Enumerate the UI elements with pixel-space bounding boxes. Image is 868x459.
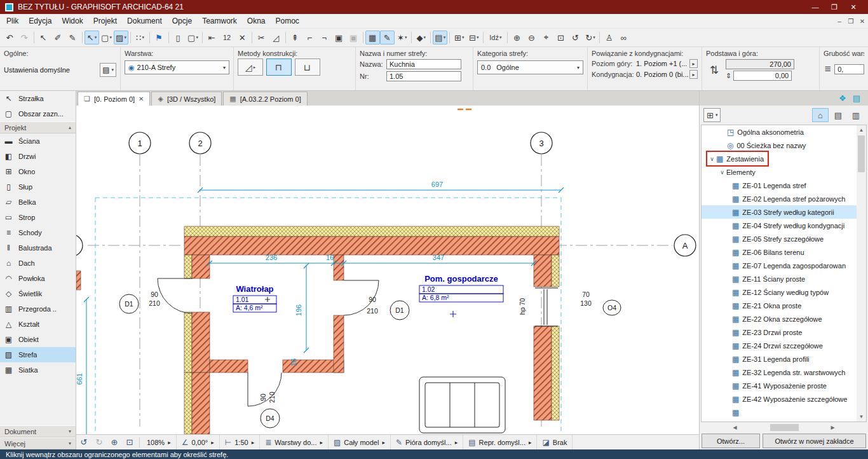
layers-setting[interactable]: ≣ Warstwy do... ▸ (260, 435, 329, 449)
tab-3d[interactable]: ◈ [3D / Wszystko] (151, 92, 222, 106)
toolbox-section-dokument[interactable]: Dokument▾ (0, 425, 76, 437)
tab-floor-plan[interactable]: ❏ [0. Poziom 0] ✕ (78, 92, 150, 106)
menu-widok[interactable]: Widok (57, 15, 88, 27)
tree-item-ze23[interactable]: ▦ ZE-23 Drzwi proste (702, 325, 857, 339)
model-view-options[interactable]: ▤ Repr. domyśl... ▸ (463, 435, 537, 449)
tree-item-camera-path[interactable]: ◎ 00 Ścieżka bez nazwy (702, 139, 857, 152)
tree-item-schedules[interactable]: ∨ ▦ Zestawienia (702, 152, 857, 165)
construction-method-inner-edge[interactable]: ⊓ (266, 58, 292, 76)
dimension-total[interactable]: 697 (198, 181, 564, 193)
layout-book-button[interactable]: ▥ (848, 108, 864, 122)
stair-tool[interactable]: ≡ Schody (0, 225, 76, 240)
scroll-right-icon[interactable]: ▶ (799, 423, 867, 432)
zone-category-dropdown[interactable]: 0.0 Ogólne ▾ (477, 60, 583, 74)
tree-expand-arrow[interactable]: ∨ (718, 169, 726, 175)
view-map-button[interactable]: ▤ (830, 108, 846, 122)
navigator-vertical-scrollbar[interactable]: ▲▼ (857, 125, 866, 421)
go-menu[interactable]: Idź▾ (485, 31, 505, 45)
zone-name-input[interactable]: Kuchnia (386, 59, 461, 69)
curtain-wall-tool[interactable]: ▥ Przegroda .. (0, 301, 76, 317)
forward-icon[interactable]: ↻ (92, 437, 107, 447)
back-icon[interactable]: ↺ (76, 437, 92, 447)
window-right[interactable] (535, 288, 558, 326)
tree-item-ze04[interactable]: ▦ ZE-04 Strefy według kondygnacji (702, 219, 857, 232)
scale[interactable]: ⊢ 1:50 ▸ (220, 435, 260, 449)
marquee-select-tool[interactable]: ▢ Obszar zazn... (0, 106, 76, 121)
skylight-tool[interactable]: ◇ Świetlik (0, 286, 76, 301)
remove-dimension-icon[interactable]: ✕ (235, 31, 250, 45)
wall-tool[interactable]: ▬ Ściana (0, 134, 76, 149)
close-button[interactable]: ✕ (844, 3, 863, 11)
fill-icon[interactable]: ◆▾ (414, 31, 428, 45)
construction-method-manual[interactable]: ◿▸ (238, 58, 263, 76)
fillet-icon[interactable]: ⌐ (302, 31, 317, 45)
thickness-field[interactable]: 0, (834, 64, 864, 74)
worksheet-icon[interactable]: ▯ (171, 31, 186, 45)
toolbox-section-projekt[interactable]: Projekt▴ (0, 121, 76, 134)
previous-zoom-icon[interactable]: ↺ (568, 31, 583, 45)
menu-opcje[interactable]: Opcje (167, 15, 197, 27)
tree-item-ze21[interactable]: ▦ ZE-21 Okna proste (702, 299, 857, 312)
top-story-button[interactable]: ▸ (689, 59, 698, 68)
menu-dokument[interactable]: Dokument (122, 15, 167, 27)
pen-sets[interactable]: ✎ Pióra domyśl... ▸ (391, 435, 463, 449)
beam-tool[interactable]: ▱ Belka (0, 195, 76, 210)
minimize-button[interactable]: — (806, 3, 825, 11)
column-tool[interactable]: ▯ Słup (0, 179, 76, 195)
bookmark-flag-icon[interactable]: ⚑ (152, 31, 166, 45)
menu-teamwork[interactable]: Teamwork (197, 15, 242, 27)
menu-okna[interactable]: Okna (242, 15, 271, 27)
resize-icon[interactable]: ◿ (269, 31, 283, 45)
tree-item-ze24[interactable]: ▦ ZE-24 Drzwi szczegółowe (702, 339, 857, 352)
grid-marker-a-left[interactable] (76, 235, 83, 256)
open-button[interactable]: Otwórz... (702, 434, 760, 448)
doc-restore-button[interactable]: ❐ (845, 18, 857, 25)
project-map-button[interactable]: ⌂ (812, 108, 829, 122)
tree-item-ze41[interactable]: ▦ ZE-41 Wyposażenie proste (702, 379, 857, 392)
partial-structure[interactable]: ▨ Cały model ▸ (329, 435, 391, 449)
intersect-icon[interactable]: ¬ (317, 31, 332, 45)
scroll-thumb[interactable] (770, 424, 799, 431)
renovation-filter[interactable]: ◪ Brak (537, 435, 573, 449)
scroll-down-icon[interactable]: ▼ (857, 412, 866, 421)
menu-pomoc[interactable]: Pomoc (271, 15, 304, 27)
object-tool[interactable]: ▣ Obiekt (0, 332, 76, 347)
shell-tool[interactable]: ◠ Powłoka (0, 271, 76, 286)
zoom-window-icon[interactable]: ⊕ (107, 437, 122, 447)
navigator-toggle-icon[interactable]: ▤ (853, 93, 860, 103)
zone-stamp-gospodarcze[interactable]: Pom. gospodarcze 1.02 A: 6,8 m² (419, 274, 503, 317)
teamwork-user-icon[interactable]: ♙ (602, 31, 616, 45)
tab-layout[interactable]: ▦ [A.03.2.2 Poziom 0] (223, 92, 307, 106)
orbit-icon[interactable]: ↻▾ (583, 31, 597, 45)
dimension-661[interactable]: 661 (76, 297, 89, 434)
sofa[interactable] (419, 377, 505, 433)
tree-item-ze05[interactable]: ▦ ZE-05 Strefy szczegółowe (702, 232, 857, 245)
grid-marker-1[interactable]: 1 (129, 132, 151, 154)
orientation[interactable]: ∠ 0,00° ▸ (177, 435, 220, 449)
tree-item-ze12[interactable]: ▦ ZE-12 Ściany według typów (702, 285, 857, 299)
doc-minimize-button[interactable]: – (834, 18, 845, 25)
tree-item-ze32[interactable]: ▦ ZE-32 Legenda str. warstwowych (702, 366, 857, 379)
split-icon[interactable]: ✂ (254, 31, 269, 45)
walls[interactable] (76, 226, 559, 434)
measure-icon[interactable]: ⇤ (205, 31, 219, 45)
fit-in-window-icon[interactable]: ⊡ (122, 437, 137, 447)
arrow-select-tool[interactable]: ↖ Strzałka (0, 91, 76, 106)
undo-icon[interactable]: ↶ (3, 31, 17, 45)
default-settings-button[interactable]: ▤▾ (100, 63, 116, 77)
navigator-horizontal-scrollbar[interactable]: ◀ ▶ (701, 423, 867, 432)
navigator-chooser-button[interactable]: ⊞▾ (703, 108, 721, 122)
menu-plik[interactable]: Plik (1, 15, 24, 27)
roof-tool[interactable]: ⌂ Dach (0, 256, 76, 271)
arrow-plus-icon[interactable]: ↖ (36, 31, 51, 45)
arrow-tool-icon[interactable]: ↖▾ (85, 31, 99, 45)
align-icon[interactable]: ⇞ (288, 31, 302, 45)
tree-item-ze31[interactable]: ▦ ZE-31 Legenda profili (702, 352, 857, 366)
tab-close-icon[interactable]: ✕ (139, 95, 144, 102)
drawing-area[interactable]: 1 2 3 A (76, 106, 699, 434)
zoom-out-icon[interactable]: ⊖ (524, 31, 539, 45)
tree-item-partial[interactable]: ▦ (702, 406, 857, 419)
window-tool[interactable]: ⊞ Okno (0, 164, 76, 179)
door-marker-d1-middle[interactable]: D1 (390, 301, 409, 320)
fit-view-icon[interactable]: ⊡ (553, 31, 568, 45)
